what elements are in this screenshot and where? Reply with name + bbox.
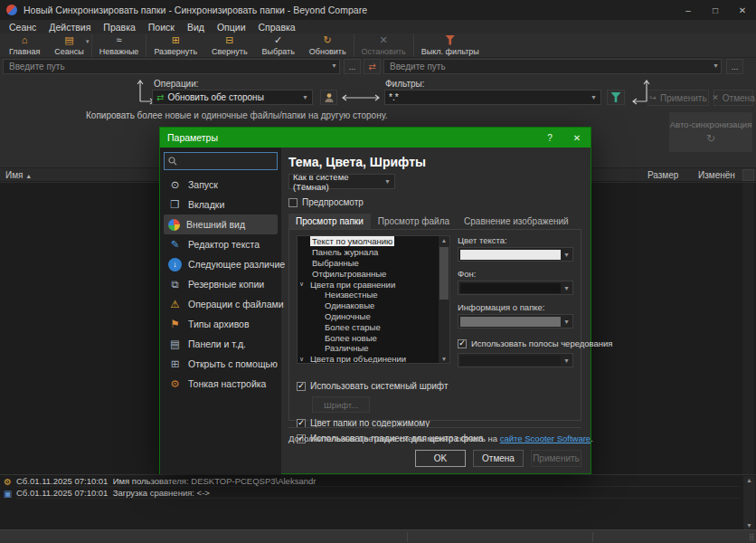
column-name[interactable]: Имя ▲ (5, 170, 32, 180)
toolbar-button[interactable]: ▤ ▼ Сеансы (47, 33, 90, 57)
scooter-software-link[interactable]: сайте Scooter Software (500, 433, 591, 443)
vertical-scrollbar[interactable] (742, 183, 754, 474)
sidebar-item[interactable]: ⚠ Операции с файлами (164, 294, 278, 314)
toolbar-button[interactable]: ↻ ▼ Обновить (302, 33, 354, 57)
ok-button[interactable]: OK (415, 450, 466, 467)
swap-sides-button[interactable]: ⇄ (364, 59, 381, 74)
operation-select[interactable]: ⇄ Обновить обе стороны ▼ (152, 90, 313, 105)
scroll-down-icon[interactable]: ▼ (743, 522, 755, 529)
menu-item[interactable]: Действия (43, 21, 97, 33)
tree-row-label: Отфильтрованные (310, 269, 388, 279)
sidebar-item[interactable]: ↓ Следующее различие (164, 254, 278, 274)
sidebar-item[interactable]: ⚑ Типы архивов (164, 314, 278, 334)
left-browse-button[interactable]: ... (344, 59, 361, 74)
tree-row[interactable]: Одинаковые (298, 300, 439, 311)
sidebar-item[interactable]: ❐ Вкладки (164, 195, 278, 214)
toolbar-button[interactable]: ▼ Выкл. фильтры (413, 33, 487, 57)
column-modified[interactable]: Изменён (698, 170, 735, 180)
minimize-button[interactable]: – (675, 0, 702, 20)
dialog-cancel-button[interactable]: Отмена (473, 450, 524, 467)
tree-row[interactable]: Неизвестные (298, 290, 439, 300)
sidebar-item[interactable]: ▤ Панели и т.д. (164, 334, 278, 354)
close-button[interactable]: ✕ (729, 0, 756, 20)
settings-search-input[interactable] (181, 157, 273, 167)
menu-item[interactable]: Поиск (142, 21, 181, 33)
toolbar-button[interactable]: ⌂ ▼ Главная (2, 33, 47, 57)
chevron-down-icon: ▼ (562, 252, 572, 258)
left-path-input[interactable] (3, 59, 340, 74)
sidebar-item[interactable]: Внешний вид (164, 214, 278, 234)
right-path-input[interactable] (383, 59, 722, 74)
filters-select[interactable]: *.* ▼ (384, 90, 601, 105)
stripes-checkbox-row[interactable]: Использовать полосы чередования (458, 338, 573, 348)
scroll-up-icon[interactable]: ▲ (439, 237, 449, 243)
sidebar-item[interactable]: ⊙ Запуск (164, 175, 278, 195)
filter-funnel-button[interactable] (607, 90, 625, 105)
scroll-down-icon[interactable]: ▼ (439, 356, 449, 362)
menu-item[interactable]: Справка (252, 21, 302, 33)
log-scrollbar[interactable]: ▲ ▼ (743, 476, 755, 529)
toolbar-button[interactable]: ≈ ▼ Неважные (91, 33, 146, 57)
stripes-color-select[interactable]: ▼ (458, 353, 573, 367)
folder-color-checkbox[interactable] (297, 419, 306, 428)
sidebar-item-label: Типы архивов (188, 319, 250, 329)
color-field-label: Информация о папке: (458, 302, 573, 312)
resize-grip[interactable]: ⣿ (749, 533, 754, 541)
tree-row[interactable]: Более старые (298, 321, 439, 332)
dialog-help-button[interactable]: ? (536, 128, 563, 148)
expander-icon[interactable]: ∨ (299, 356, 308, 363)
apply-button[interactable]: ↪ Применить (647, 90, 709, 106)
tree-row[interactable]: Отфильтрованные (298, 268, 439, 279)
dialog-close-button[interactable]: ✕ (563, 128, 591, 148)
cancel-button[interactable]: ✕ Отмена (713, 90, 753, 106)
stripes-checkbox[interactable] (458, 339, 467, 348)
theme-select[interactable]: Как в системе (Тёмная) ▼ (288, 174, 395, 189)
tree-scrollbar[interactable]: ▲ ▼ (439, 236, 449, 363)
tab[interactable]: Сравнение изображений (457, 214, 576, 229)
sidebar-item[interactable]: ⧉ Резервные копии (164, 274, 278, 294)
scroll-up-icon[interactable]: ▲ (743, 477, 755, 483)
tree-row[interactable]: Текст по умолчанию (298, 236, 439, 247)
font-button[interactable]: Шрифт... (312, 396, 370, 413)
menu-item[interactable]: Сеанс (3, 21, 43, 33)
sidebar-item[interactable]: ⊞ Открыть с помощью (164, 354, 278, 374)
system-font-checkbox-row[interactable]: Использовать системный шрифт (297, 381, 573, 391)
tree-row[interactable]: ∨ Цвета при сравнении (298, 279, 439, 290)
color-select[interactable]: ▼ (458, 314, 573, 329)
tab[interactable]: Просмотр папки (288, 214, 371, 229)
color-select[interactable]: ▼ (458, 281, 573, 295)
system-font-checkbox[interactable] (297, 382, 306, 391)
right-browse-button[interactable]: ... (726, 59, 743, 74)
color-select[interactable]: ▼ (458, 247, 573, 262)
search-icon (168, 157, 177, 166)
tree-row[interactable]: Панель журнала (298, 247, 439, 258)
toolbar-button[interactable]: ✕ ▼ Остановить (354, 33, 413, 57)
toolbar-button[interactable]: ✓ ▼ Выбрать (255, 33, 302, 57)
preview-checkbox-row[interactable]: Предпросмотр (288, 197, 581, 207)
tree-row[interactable]: Различные (298, 343, 439, 354)
sidebar-item[interactable]: ⚙ Тонкая настройка (164, 374, 278, 394)
expander-icon[interactable]: ∨ (299, 281, 308, 288)
scrollbar-thumb[interactable] (439, 247, 449, 300)
autosync-button[interactable]: Авто-синхронизация ↻ (669, 112, 752, 152)
toolbar-button[interactable]: ⊞ ▼ Развернуть (146, 33, 204, 57)
tree-row[interactable]: Одиночные (298, 311, 439, 322)
tab[interactable]: Просмотр файла (371, 214, 457, 229)
preview-checkbox[interactable] (288, 198, 298, 207)
column-size[interactable]: Размер (647, 170, 678, 180)
tree-row[interactable]: Более новые (298, 332, 439, 343)
toolbar-icon: ✕ (380, 35, 388, 45)
maximize-button[interactable]: □ (702, 0, 729, 20)
color-elements-tree: Текст по умолчанию Панель журнала (297, 235, 450, 364)
tree-row[interactable]: ∨ Цвета при объединении (298, 354, 439, 363)
menu-item[interactable]: Опции (211, 21, 252, 33)
user-rules-button[interactable] (320, 90, 337, 105)
settings-search-box[interactable] (164, 152, 278, 170)
menu-item[interactable]: Вид (181, 21, 211, 33)
toolbar-button[interactable]: ⊟ ▼ Свернуть (204, 33, 254, 57)
tree-row[interactable]: Выбранные (298, 258, 439, 269)
dialog-apply-button[interactable]: Применить (531, 450, 581, 467)
chevron-down-icon: ▼ (562, 357, 572, 364)
sidebar-item[interactable]: ✎ Редактор текста (164, 234, 278, 254)
menu-item[interactable]: Правка (97, 21, 141, 33)
